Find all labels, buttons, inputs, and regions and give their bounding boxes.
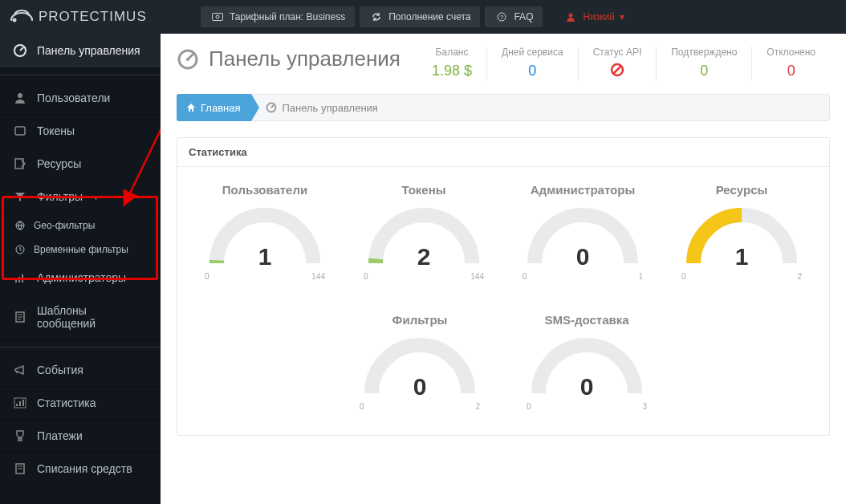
sidebar-item-filters[interactable]: Фильтры ▾ [0, 181, 161, 213]
svg-rect-17 [16, 404, 18, 406]
gauge-title: Ресурсы [665, 183, 818, 197]
caret-down-icon: ▾ [94, 193, 98, 201]
stat-value: 0 [767, 63, 815, 79]
sidebar-item-tokens[interactable]: Токены [0, 115, 161, 148]
question-icon: ? [494, 12, 509, 22]
gauge-scale: 02 [360, 402, 480, 411]
sidebar-item-admins[interactable]: Администраторы [0, 262, 161, 295]
stat-api: Статус API [578, 47, 657, 81]
gauge-scale: 03 [527, 402, 647, 411]
sidebar-item-users[interactable]: Пользователи [0, 82, 161, 115]
bars-icon [13, 271, 27, 284]
sidebar-item-label: Токены [37, 124, 75, 137]
user-icon [563, 12, 578, 22]
svg-point-22 [186, 58, 189, 61]
svg-point-0 [13, 18, 17, 22]
faq-label: FAQ [514, 11, 533, 22]
sidebar-subitem-label: Geo-фильтры [34, 220, 95, 231]
gauge-value: 0 [523, 243, 643, 270]
breadcrumb-home[interactable]: Главная [177, 94, 251, 121]
gauge-пользователи: Пользователи 1 0144 [185, 175, 344, 289]
svg-rect-14 [22, 274, 23, 282]
stat-label: Дней сервиса [502, 47, 563, 58]
sidebar-item-writeoffs[interactable]: Списания средств [0, 453, 161, 486]
stat-label: Статус API [593, 47, 642, 58]
gauge-value: 0 [527, 373, 647, 400]
svg-rect-13 [18, 277, 20, 282]
receipt-icon [13, 462, 27, 475]
sidebar-item-templates[interactable]: Шаблоны сообщений [0, 295, 161, 340]
main-content: Панель управления Баланс 1.98 $ Дней сер… [161, 34, 846, 504]
gauge-title: Пользователи [189, 183, 341, 197]
gauge-scale: 0144 [364, 272, 484, 281]
sidebar-item-label: Администраторы [37, 271, 126, 284]
stat-value-icon [593, 63, 642, 81]
forbidden-icon [610, 63, 624, 77]
gauge-title: Токены [348, 183, 500, 197]
tariff-plan-button[interactable]: Тарифный план: Business [201, 6, 355, 27]
stat-label: Подтверждено [671, 47, 737, 58]
sidebar-separator [0, 75, 161, 75]
svg-point-7 [18, 93, 22, 98]
stat-label: Отклонено [767, 47, 815, 58]
gauge-value: 1 [205, 243, 325, 270]
svg-rect-12 [15, 279, 17, 282]
svg-text:?: ? [500, 14, 504, 21]
gauge-scale: 02 [681, 272, 802, 281]
gauge-chart: 1 [205, 203, 325, 269]
sidebar-item-label: Ресурсы [37, 157, 81, 170]
trophy-icon [13, 429, 27, 442]
sidebar-item-events[interactable]: События [0, 354, 161, 387]
stat-value: 0 [671, 63, 737, 79]
sidebar-subitem-label: Временные фильтры [34, 244, 128, 255]
sidebar: Панель управления Пользователи Токены Ре… [0, 34, 161, 504]
sidebar-subitem-timefilters[interactable]: Временные фильтры [0, 238, 161, 262]
sidebar-item-label: Панель управления [37, 44, 140, 57]
gauge-value: 2 [364, 243, 484, 270]
stat-days: Дней сервиса 0 [486, 47, 578, 81]
token-icon [13, 124, 27, 137]
gauge-title: Администраторы [506, 183, 659, 197]
user-dropdown[interactable]: Низкий ▾ [563, 11, 624, 22]
sidebar-item-label: Платежи [37, 429, 83, 442]
gauge-sms-доставка: SMS-доставка 0 03 [523, 305, 650, 419]
sidebar-item-payments[interactable]: Платежи [0, 420, 161, 453]
card-title: Статистика [177, 138, 829, 167]
user-icon [13, 91, 27, 104]
gauge-scale: 0144 [205, 272, 325, 281]
filter-icon [13, 190, 27, 203]
sidebar-item-label: Пользователи [37, 91, 110, 104]
sidebar-item-stats[interactable]: Статистика [0, 387, 161, 420]
gauge-фильтры: Фильтры 0 02 [356, 305, 483, 419]
topbar: PROTECTIMUS Тарифный план: Business Попо… [0, 0, 846, 34]
stat-rejected: Отклонено 0 [751, 47, 830, 81]
sidebar-item-label: Шаблоны сообщений [37, 304, 148, 330]
breadcrumb-home-label: Главная [201, 102, 240, 114]
brand-logo[interactable]: PROTECTIMUS [0, 7, 161, 26]
sidebar-item-label: Фильтры [37, 190, 83, 203]
refresh-icon [369, 12, 384, 22]
breadcrumb-current: Панель управления [266, 102, 377, 114]
gauge-title: SMS-доставка [527, 313, 647, 327]
page-title-wrap: Панель управления [177, 47, 401, 71]
gauge-chart: 0 [523, 203, 643, 269]
sidebar-item-resources[interactable]: Ресурсы [0, 148, 161, 181]
page-title: Панель управления [209, 47, 401, 71]
svg-rect-19 [22, 400, 24, 406]
sidebar-item-dashboard[interactable]: Панель управления [0, 34, 161, 68]
sidebar-subitem-geofilters[interactable]: Geo-фильтры [0, 213, 161, 238]
gauge-chart: 1 [681, 203, 802, 269]
faq-button[interactable]: ? FAQ [485, 6, 543, 27]
gauge-value: 1 [681, 243, 802, 270]
gauge-администраторы: Администраторы 0 01 [503, 175, 662, 289]
money-icon [210, 13, 225, 21]
edit-icon [13, 157, 27, 170]
caret-down-icon: ▾ [620, 11, 624, 22]
dashboard-icon [177, 48, 199, 71]
topbar-actions: Тарифный план: Business Пополнение счета… [161, 6, 846, 27]
svg-rect-1 [213, 14, 223, 21]
gauge-ресурсы: Ресурсы 1 02 [662, 175, 821, 289]
topup-button[interactable]: Пополнение счета [360, 6, 480, 27]
svg-point-5 [569, 14, 573, 18]
home-icon [186, 103, 196, 112]
